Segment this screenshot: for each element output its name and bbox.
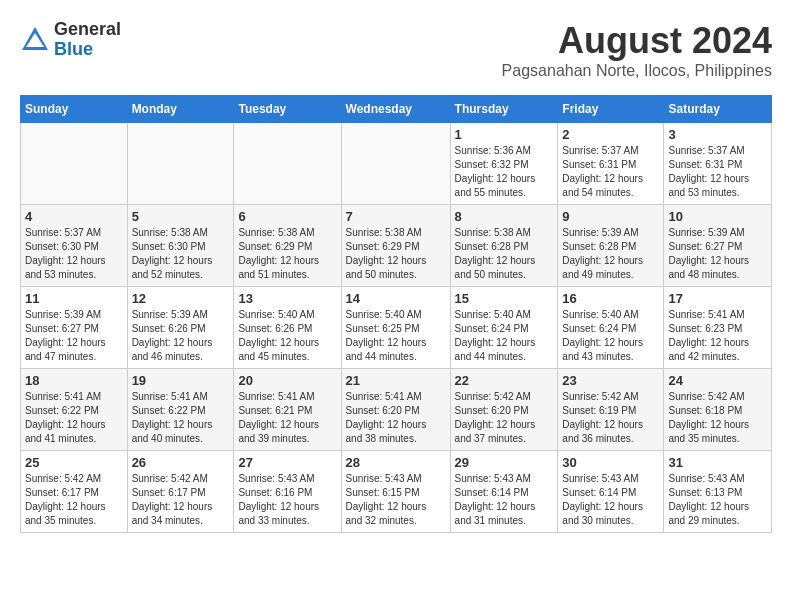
- day-number: 21: [346, 373, 446, 388]
- day-number: 11: [25, 291, 123, 306]
- day-info: Sunrise: 5:40 AMSunset: 6:24 PMDaylight:…: [562, 308, 659, 364]
- day-info: Sunrise: 5:41 AMSunset: 6:22 PMDaylight:…: [132, 390, 230, 446]
- logo-general-text: General: [54, 20, 121, 40]
- day-info: Sunrise: 5:40 AMSunset: 6:24 PMDaylight:…: [455, 308, 554, 364]
- calendar-cell: 11Sunrise: 5:39 AMSunset: 6:27 PMDayligh…: [21, 287, 128, 369]
- day-number: 28: [346, 455, 446, 470]
- day-number: 29: [455, 455, 554, 470]
- day-info: Sunrise: 5:38 AMSunset: 6:30 PMDaylight:…: [132, 226, 230, 282]
- day-number: 26: [132, 455, 230, 470]
- header-tuesday: Tuesday: [234, 96, 341, 123]
- day-number: 18: [25, 373, 123, 388]
- day-info: Sunrise: 5:37 AMSunset: 6:30 PMDaylight:…: [25, 226, 123, 282]
- day-number: 20: [238, 373, 336, 388]
- day-number: 14: [346, 291, 446, 306]
- calendar-table: SundayMondayTuesdayWednesdayThursdayFrid…: [20, 95, 772, 533]
- header-saturday: Saturday: [664, 96, 772, 123]
- day-number: 4: [25, 209, 123, 224]
- day-info: Sunrise: 5:43 AMSunset: 6:14 PMDaylight:…: [562, 472, 659, 528]
- calendar-cell: 26Sunrise: 5:42 AMSunset: 6:17 PMDayligh…: [127, 451, 234, 533]
- calendar-cell: 1Sunrise: 5:36 AMSunset: 6:32 PMDaylight…: [450, 123, 558, 205]
- calendar-cell: 28Sunrise: 5:43 AMSunset: 6:15 PMDayligh…: [341, 451, 450, 533]
- day-info: Sunrise: 5:37 AMSunset: 6:31 PMDaylight:…: [562, 144, 659, 200]
- calendar-cell: [341, 123, 450, 205]
- calendar-cell: 2Sunrise: 5:37 AMSunset: 6:31 PMDaylight…: [558, 123, 664, 205]
- day-number: 6: [238, 209, 336, 224]
- day-number: 22: [455, 373, 554, 388]
- calendar-cell: 6Sunrise: 5:38 AMSunset: 6:29 PMDaylight…: [234, 205, 341, 287]
- title-section: August 2024 Pagsanahan Norte, Ilocos, Ph…: [502, 20, 772, 80]
- day-number: 13: [238, 291, 336, 306]
- day-number: 5: [132, 209, 230, 224]
- day-info: Sunrise: 5:43 AMSunset: 6:14 PMDaylight:…: [455, 472, 554, 528]
- calendar-cell: 14Sunrise: 5:40 AMSunset: 6:25 PMDayligh…: [341, 287, 450, 369]
- day-number: 2: [562, 127, 659, 142]
- day-info: Sunrise: 5:38 AMSunset: 6:28 PMDaylight:…: [455, 226, 554, 282]
- calendar-cell: 4Sunrise: 5:37 AMSunset: 6:30 PMDaylight…: [21, 205, 128, 287]
- calendar-cell: 31Sunrise: 5:43 AMSunset: 6:13 PMDayligh…: [664, 451, 772, 533]
- day-number: 19: [132, 373, 230, 388]
- calendar-cell: [234, 123, 341, 205]
- calendar-cell: 16Sunrise: 5:40 AMSunset: 6:24 PMDayligh…: [558, 287, 664, 369]
- calendar-cell: [127, 123, 234, 205]
- day-info: Sunrise: 5:41 AMSunset: 6:22 PMDaylight:…: [25, 390, 123, 446]
- calendar-cell: 9Sunrise: 5:39 AMSunset: 6:28 PMDaylight…: [558, 205, 664, 287]
- day-info: Sunrise: 5:40 AMSunset: 6:26 PMDaylight:…: [238, 308, 336, 364]
- day-info: Sunrise: 5:39 AMSunset: 6:26 PMDaylight:…: [132, 308, 230, 364]
- calendar-cell: 8Sunrise: 5:38 AMSunset: 6:28 PMDaylight…: [450, 205, 558, 287]
- calendar-cell: 3Sunrise: 5:37 AMSunset: 6:31 PMDaylight…: [664, 123, 772, 205]
- calendar-title: August 2024: [502, 20, 772, 62]
- calendar-cell: 24Sunrise: 5:42 AMSunset: 6:18 PMDayligh…: [664, 369, 772, 451]
- day-info: Sunrise: 5:42 AMSunset: 6:17 PMDaylight:…: [25, 472, 123, 528]
- day-number: 25: [25, 455, 123, 470]
- calendar-cell: 13Sunrise: 5:40 AMSunset: 6:26 PMDayligh…: [234, 287, 341, 369]
- calendar-cell: 12Sunrise: 5:39 AMSunset: 6:26 PMDayligh…: [127, 287, 234, 369]
- day-info: Sunrise: 5:43 AMSunset: 6:16 PMDaylight:…: [238, 472, 336, 528]
- calendar-cell: 22Sunrise: 5:42 AMSunset: 6:20 PMDayligh…: [450, 369, 558, 451]
- calendar-week-row: 4Sunrise: 5:37 AMSunset: 6:30 PMDaylight…: [21, 205, 772, 287]
- day-info: Sunrise: 5:41 AMSunset: 6:20 PMDaylight:…: [346, 390, 446, 446]
- calendar-cell: 15Sunrise: 5:40 AMSunset: 6:24 PMDayligh…: [450, 287, 558, 369]
- day-info: Sunrise: 5:39 AMSunset: 6:28 PMDaylight:…: [562, 226, 659, 282]
- calendar-cell: 20Sunrise: 5:41 AMSunset: 6:21 PMDayligh…: [234, 369, 341, 451]
- day-number: 12: [132, 291, 230, 306]
- day-info: Sunrise: 5:36 AMSunset: 6:32 PMDaylight:…: [455, 144, 554, 200]
- day-number: 15: [455, 291, 554, 306]
- calendar-week-row: 18Sunrise: 5:41 AMSunset: 6:22 PMDayligh…: [21, 369, 772, 451]
- calendar-header-row: SundayMondayTuesdayWednesdayThursdayFrid…: [21, 96, 772, 123]
- calendar-cell: 7Sunrise: 5:38 AMSunset: 6:29 PMDaylight…: [341, 205, 450, 287]
- calendar-cell: 17Sunrise: 5:41 AMSunset: 6:23 PMDayligh…: [664, 287, 772, 369]
- logo: General Blue: [20, 20, 121, 60]
- calendar-cell: 5Sunrise: 5:38 AMSunset: 6:30 PMDaylight…: [127, 205, 234, 287]
- calendar-week-row: 11Sunrise: 5:39 AMSunset: 6:27 PMDayligh…: [21, 287, 772, 369]
- day-number: 3: [668, 127, 767, 142]
- header-wednesday: Wednesday: [341, 96, 450, 123]
- day-number: 8: [455, 209, 554, 224]
- day-number: 30: [562, 455, 659, 470]
- day-number: 16: [562, 291, 659, 306]
- day-info: Sunrise: 5:41 AMSunset: 6:21 PMDaylight:…: [238, 390, 336, 446]
- header-monday: Monday: [127, 96, 234, 123]
- day-number: 27: [238, 455, 336, 470]
- logo-blue-text: Blue: [54, 40, 121, 60]
- day-info: Sunrise: 5:42 AMSunset: 6:19 PMDaylight:…: [562, 390, 659, 446]
- calendar-cell: [21, 123, 128, 205]
- calendar-cell: 10Sunrise: 5:39 AMSunset: 6:27 PMDayligh…: [664, 205, 772, 287]
- day-info: Sunrise: 5:43 AMSunset: 6:13 PMDaylight:…: [668, 472, 767, 528]
- day-info: Sunrise: 5:40 AMSunset: 6:25 PMDaylight:…: [346, 308, 446, 364]
- calendar-cell: 27Sunrise: 5:43 AMSunset: 6:16 PMDayligh…: [234, 451, 341, 533]
- calendar-cell: 29Sunrise: 5:43 AMSunset: 6:14 PMDayligh…: [450, 451, 558, 533]
- day-info: Sunrise: 5:42 AMSunset: 6:18 PMDaylight:…: [668, 390, 767, 446]
- header-friday: Friday: [558, 96, 664, 123]
- day-info: Sunrise: 5:42 AMSunset: 6:17 PMDaylight:…: [132, 472, 230, 528]
- calendar-week-row: 1Sunrise: 5:36 AMSunset: 6:32 PMDaylight…: [21, 123, 772, 205]
- day-number: 7: [346, 209, 446, 224]
- header-thursday: Thursday: [450, 96, 558, 123]
- calendar-cell: 23Sunrise: 5:42 AMSunset: 6:19 PMDayligh…: [558, 369, 664, 451]
- header-sunday: Sunday: [21, 96, 128, 123]
- day-info: Sunrise: 5:42 AMSunset: 6:20 PMDaylight:…: [455, 390, 554, 446]
- day-number: 10: [668, 209, 767, 224]
- day-number: 31: [668, 455, 767, 470]
- day-info: Sunrise: 5:37 AMSunset: 6:31 PMDaylight:…: [668, 144, 767, 200]
- logo-icon: [20, 25, 50, 55]
